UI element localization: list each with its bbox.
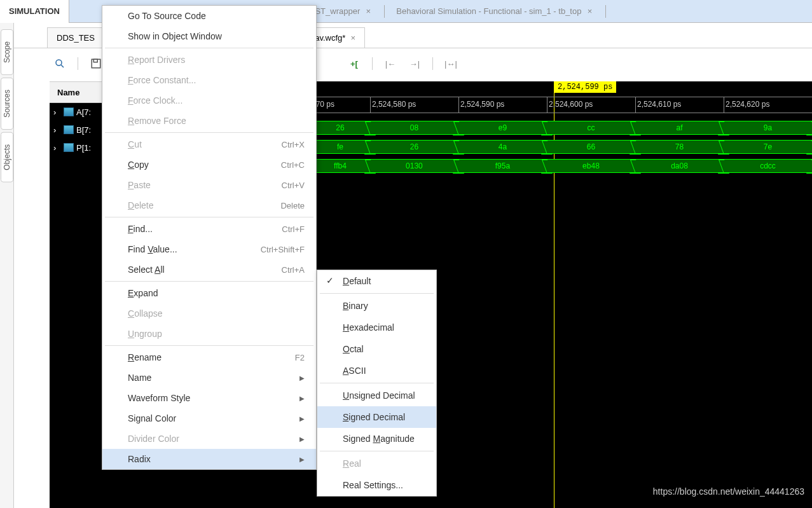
time-ruler: 570 ps 2,524,580 ps 2,524,590 ps 2,524,6…	[310, 97, 812, 113]
menu-item-delete: DeleteDelete	[102, 195, 316, 216]
close-icon[interactable]: ×	[585, 7, 594, 16]
menu-item-cut: CutCtrl+X	[102, 134, 316, 154]
menu-item-divider-color: Divider Color▶	[102, 429, 316, 449]
inner-tab-dds[interactable]: DDS_TES	[47, 27, 104, 48]
menu-item-remove-force: Remove Force	[102, 111, 316, 131]
menu-label: Expand	[128, 288, 158, 298]
wave-row[interactable]: 2608e9ccaf9a	[310, 118, 812, 137]
menu-label: Rename	[128, 352, 162, 362]
wave-segment: cdcc	[724, 159, 812, 173]
signal-label: A[7:	[76, 107, 91, 117]
submenu-item-hexadecimal[interactable]: Hexadecimal	[317, 317, 436, 338]
submenu-item-signed-magnitude[interactable]: Signed Magnitude	[317, 428, 436, 450]
wave-segment: 4a	[458, 140, 547, 154]
cursor-time-flag[interactable]: 2,524,599 ps	[554, 81, 616, 93]
expander-icon[interactable]: ›	[53, 107, 61, 117]
wave-row[interactable]: ffb40130f95aeb48da08cdcc	[310, 156, 812, 175]
menu-item-force-clock: Force Clock...	[102, 90, 316, 111]
menu-label: Remove Force	[128, 116, 186, 126]
menu-separator	[105, 48, 313, 48]
bus-icon	[64, 107, 74, 116]
menu-item-copy[interactable]: CopyCtrl+C	[102, 154, 316, 175]
close-icon[interactable]: ×	[350, 33, 355, 43]
submenu-item-binary[interactable]: Binary	[317, 295, 436, 317]
menu-separator	[105, 281, 313, 282]
menu-label: Unsigned Decimal	[343, 390, 415, 401]
menu-label: Real	[343, 458, 361, 469]
submenu-arrow-icon: ▶	[299, 395, 305, 402]
menu-item-find[interactable]: Find...Ctrl+F	[102, 219, 316, 239]
wave-segment: da08	[635, 159, 724, 173]
menu-label: Radix	[128, 454, 151, 464]
zoom-fit-icon[interactable]: |↔|	[444, 57, 457, 70]
submenu-item-octal[interactable]: Octal	[317, 338, 436, 360]
menu-item-report-drivers: Report Drivers	[102, 50, 316, 70]
menu-label: Waveform Style	[128, 393, 190, 403]
ruler-tick: 570 ps	[310, 97, 370, 113]
menu-item-signal-color[interactable]: Signal Color▶	[102, 408, 316, 429]
close-icon[interactable]: ×	[364, 7, 373, 16]
keyboard-shortcut: Ctrl+Shift+F	[261, 245, 305, 254]
menu-label: Signed Magnitude	[343, 434, 415, 444]
wave-row[interactable]: fe264a66787e	[310, 137, 812, 156]
watermark: https://blog.csdn.net/weixin_44441263	[653, 486, 804, 497]
go-start-icon[interactable]: |←	[384, 57, 397, 70]
menu-label: Go To Source Code	[128, 11, 206, 21]
save-icon[interactable]	[90, 57, 102, 70]
menu-item-show-in-object-window[interactable]: Show in Object Window	[102, 26, 316, 46]
signal-label: P[1:	[76, 143, 91, 153]
wave-segment: ffb4	[310, 159, 370, 173]
menu-item-collapse: Collapse	[102, 303, 316, 324]
wave-rows: 2608e9ccaf9afe264a66787effb40130f95aeb48…	[310, 118, 812, 175]
wave-segment: fe	[310, 140, 370, 154]
submenu-item-default[interactable]: ✓Default	[317, 270, 436, 292]
submenu-arrow-icon: ▶	[299, 415, 305, 422]
keyboard-shortcut: Ctrl+C	[281, 160, 305, 170]
keyboard-shortcut: Delete	[280, 201, 305, 210]
add-marker-icon[interactable]: +[	[348, 57, 361, 70]
tab-simulation[interactable]: SIMULATION	[0, 0, 69, 23]
menu-label: Real Settings...	[343, 480, 403, 490]
expander-icon[interactable]: ›	[53, 125, 61, 135]
wave-segment: 08	[370, 121, 458, 135]
wave-segment: 9a	[724, 121, 812, 135]
submenu-item-ascii[interactable]: ASCII	[317, 360, 436, 381]
menu-item-name[interactable]: Name▶	[102, 367, 316, 388]
check-icon: ✓	[326, 275, 334, 285]
menu-separator	[105, 132, 313, 133]
rail-scope[interactable]: Scope	[1, 29, 13, 75]
menu-separator	[320, 451, 434, 451]
rail-objects[interactable]: Objects	[1, 132, 13, 182]
submenu-item-real-settings[interactable]: Real Settings...	[317, 474, 436, 496]
ruler-tick: 2,524,600 ps	[547, 97, 635, 113]
menu-label: Force Constant...	[128, 75, 196, 85]
menu-item-select-all[interactable]: Select AllCtrl+A	[102, 259, 316, 280]
wave-segment: 66	[547, 140, 635, 154]
svg-rect-3	[93, 59, 97, 62]
menu-item-waveform-style[interactable]: Waveform Style▶	[102, 388, 316, 408]
menu-item-rename[interactable]: RenameF2	[102, 347, 316, 367]
submenu-arrow-icon: ▶	[299, 374, 305, 381]
wave-segment: eb48	[547, 159, 635, 173]
menu-label: Signal Color	[128, 413, 176, 423]
submenu-item-signed-decimal[interactable]: Signed Decimal	[317, 406, 436, 428]
menu-label: Show in Object Window	[128, 31, 222, 41]
menu-label: Binary	[343, 301, 368, 311]
wave-segment: 78	[635, 140, 724, 154]
keyboard-shortcut: Ctrl+V	[282, 181, 305, 190]
rail-sources[interactable]: Sources	[1, 78, 13, 130]
go-cursor-icon[interactable]: →|	[408, 57, 421, 70]
submenu-item-unsigned-decimal[interactable]: Unsigned Decimal	[317, 385, 436, 406]
menu-label: Copy	[128, 160, 149, 170]
menu-item-paste: PasteCtrl+V	[102, 175, 316, 195]
menu-item-go-to-source-code[interactable]: Go To Source Code	[102, 6, 316, 26]
menu-item-radix[interactable]: Radix▶	[102, 449, 316, 469]
menu-label: Report Drivers	[128, 55, 185, 65]
svg-line-1	[61, 65, 64, 67]
menu-item-expand[interactable]: Expand	[102, 283, 316, 303]
expander-icon[interactable]: ›	[53, 143, 61, 153]
wave-segment: e9	[458, 121, 547, 135]
menu-item-find-value[interactable]: Find Value...Ctrl+Shift+F	[102, 239, 316, 259]
search-icon[interactable]	[53, 57, 66, 70]
tab-behavioral-sim[interactable]: Behavioral Simulation - Functional - sim…	[387, 0, 603, 23]
